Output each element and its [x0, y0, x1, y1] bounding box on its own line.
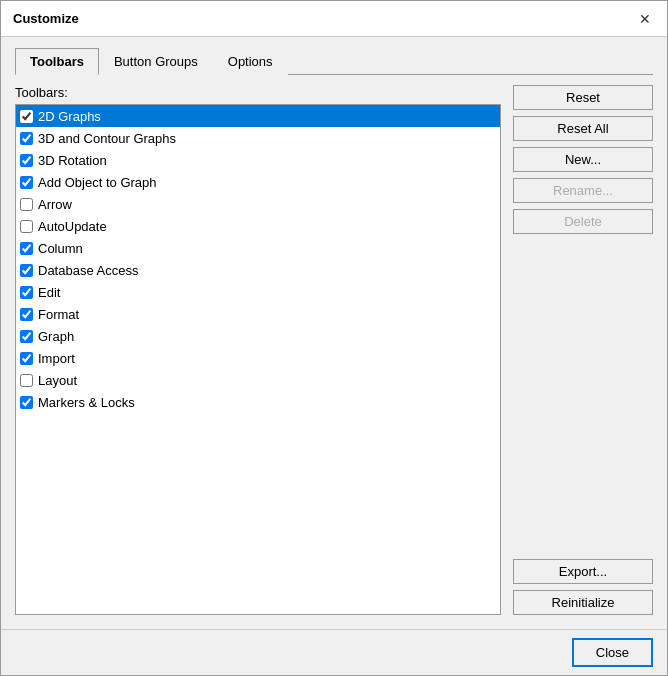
toolbar-list-item[interactable]: Database Access	[16, 259, 500, 281]
reset-all-button[interactable]: Reset All	[513, 116, 653, 141]
toolbar-item-label: Graph	[38, 329, 74, 344]
toolbar-item-label: 3D and Contour Graphs	[38, 131, 176, 146]
toolbar-item-label: Add Object to Graph	[38, 175, 157, 190]
toolbars-list-container: 2D Graphs3D and Contour Graphs3D Rotatio…	[15, 104, 501, 615]
toolbar-item-label: Import	[38, 351, 75, 366]
toolbar-list-item[interactable]: Format	[16, 303, 500, 325]
tab-options-label: Options	[228, 54, 273, 69]
toolbar-list-item[interactable]: 2D Graphs	[16, 105, 500, 127]
toolbar-checkbox[interactable]	[20, 132, 33, 145]
toolbar-list-item[interactable]: Arrow	[16, 193, 500, 215]
tab-toolbars-label: Toolbars	[30, 54, 84, 69]
export-button[interactable]: Export...	[513, 559, 653, 584]
toolbar-list-item[interactable]: Graph	[16, 325, 500, 347]
toolbar-item-label: Markers & Locks	[38, 395, 135, 410]
tab-bar: Toolbars Button Groups Options	[15, 47, 653, 75]
toolbar-list-item[interactable]: Add Object to Graph	[16, 171, 500, 193]
toolbars-list[interactable]: 2D Graphs3D and Contour Graphs3D Rotatio…	[16, 105, 500, 614]
toolbar-item-label: Column	[38, 241, 83, 256]
toolbar-list-item[interactable]: Layout	[16, 369, 500, 391]
dialog-body: Toolbars Button Groups Options Toolbars:…	[1, 37, 667, 625]
toolbar-item-label: 2D Graphs	[38, 109, 101, 124]
reinitialize-button[interactable]: Reinitialize	[513, 590, 653, 615]
customize-dialog: Customize ✕ Toolbars Button Groups Optio…	[0, 0, 668, 676]
toolbar-checkbox[interactable]	[20, 176, 33, 189]
close-button[interactable]: Close	[572, 638, 653, 667]
bottom-bar: Close	[1, 629, 667, 675]
toolbar-list-item[interactable]: Column	[16, 237, 500, 259]
toolbar-checkbox[interactable]	[20, 396, 33, 409]
toolbar-checkbox[interactable]	[20, 198, 33, 211]
toolbar-checkbox[interactable]	[20, 220, 33, 233]
tab-toolbars[interactable]: Toolbars	[15, 48, 99, 75]
reset-button[interactable]: Reset	[513, 85, 653, 110]
toolbar-item-label: Edit	[38, 285, 60, 300]
toolbar-item-label: Layout	[38, 373, 77, 388]
toolbar-item-label: Format	[38, 307, 79, 322]
toolbar-item-label: AutoUpdate	[38, 219, 107, 234]
toolbar-checkbox[interactable]	[20, 264, 33, 277]
toolbar-list-item[interactable]: Edit	[16, 281, 500, 303]
toolbar-list-item[interactable]: Import	[16, 347, 500, 369]
dialog-title: Customize	[13, 11, 79, 26]
toolbar-item-label: 3D Rotation	[38, 153, 107, 168]
toolbars-label: Toolbars:	[15, 85, 501, 100]
toolbar-item-label: Database Access	[38, 263, 138, 278]
rename-button[interactable]: Rename...	[513, 178, 653, 203]
title-close-button[interactable]: ✕	[635, 9, 655, 29]
delete-button[interactable]: Delete	[513, 209, 653, 234]
toolbar-checkbox[interactable]	[20, 286, 33, 299]
toolbar-checkbox[interactable]	[20, 308, 33, 321]
toolbar-checkbox[interactable]	[20, 374, 33, 387]
content-area: Toolbars: 2D Graphs3D and Contour Graphs…	[15, 85, 653, 615]
toolbar-list-item[interactable]: AutoUpdate	[16, 215, 500, 237]
tab-button-groups-label: Button Groups	[114, 54, 198, 69]
right-panel: Reset Reset All New... Rename... Delete …	[513, 85, 653, 615]
toolbar-checkbox[interactable]	[20, 110, 33, 123]
toolbar-list-item[interactable]: 3D and Contour Graphs	[16, 127, 500, 149]
toolbar-list-item[interactable]: 3D Rotation	[16, 149, 500, 171]
toolbar-item-label: Arrow	[38, 197, 72, 212]
title-bar: Customize ✕	[1, 1, 667, 37]
tab-button-groups[interactable]: Button Groups	[99, 48, 213, 75]
toolbar-list-item[interactable]: Markers & Locks	[16, 391, 500, 413]
left-panel: Toolbars: 2D Graphs3D and Contour Graphs…	[15, 85, 501, 615]
new-button[interactable]: New...	[513, 147, 653, 172]
tab-options[interactable]: Options	[213, 48, 288, 75]
toolbar-checkbox[interactable]	[20, 330, 33, 343]
toolbar-checkbox[interactable]	[20, 352, 33, 365]
toolbar-checkbox[interactable]	[20, 154, 33, 167]
toolbar-checkbox[interactable]	[20, 242, 33, 255]
